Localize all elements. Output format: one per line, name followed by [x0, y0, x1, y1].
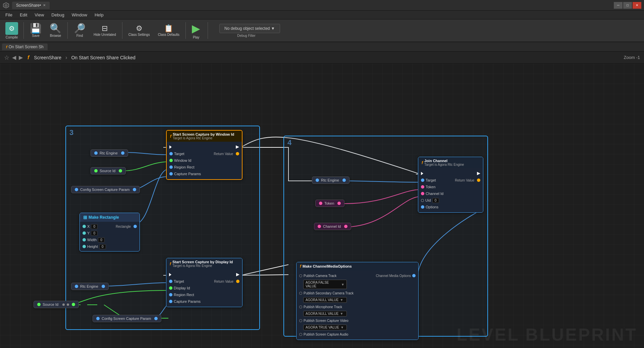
- make-channel-title: Make ChannelMediaOptions: [303, 264, 352, 268]
- close-button[interactable]: ✕: [633, 2, 641, 9]
- config-top-output-pin: [75, 188, 78, 191]
- back-button[interactable]: ◀: [12, 54, 16, 61]
- tab-label: ScreenShare•: [16, 3, 41, 8]
- menu-file[interactable]: File: [2, 12, 16, 18]
- menu-edit[interactable]: Edit: [16, 12, 31, 18]
- make-channel-function-icon: f: [300, 264, 301, 269]
- camera-label: Publish Camera Track: [304, 274, 336, 278]
- join-channel-exec-row: [418, 170, 483, 177]
- start-capture-display-node[interactable]: f Start Screen Capture by Display Id Tar…: [166, 258, 243, 307]
- app-logo: [3, 2, 9, 9]
- rtc-engine-4-node[interactable]: Rtc Engine: [312, 177, 350, 184]
- minimize-button[interactable]: ─: [614, 2, 623, 9]
- bookmark-icon[interactable]: ☆: [4, 54, 9, 61]
- join-channel-node[interactable]: f Join Channel Target is Agora Rtc Engin…: [418, 157, 483, 213]
- token-node[interactable]: Token: [315, 200, 344, 207]
- channel-media-options-label: Channel Media Options: [376, 274, 411, 278]
- source-id-top-node[interactable]: Source Id: [91, 167, 126, 175]
- display-params-pin: [169, 300, 172, 303]
- camera-pin: [299, 274, 302, 277]
- secondary-dropdown[interactable]: AGORA NULL VALUE ▼: [303, 297, 347, 303]
- blueprint-canvas[interactable]: 3 Rtc Engine Source Id Config Screen Cap…: [0, 64, 644, 348]
- group-3-label: 3: [69, 128, 73, 137]
- join-channel-channelid-row: Channel Id: [418, 190, 483, 197]
- source-id-bottom-dot1: [62, 303, 65, 306]
- debug-object-button[interactable]: No debug object selected ▼: [219, 24, 280, 33]
- menu-debug[interactable]: Debug: [48, 12, 67, 18]
- config-top-node[interactable]: Config Screen Capture Param: [71, 186, 140, 193]
- start-capture-window-node[interactable]: f Start Screen Capture by Window Id Targ…: [166, 130, 243, 180]
- source-id-bottom-right: [72, 303, 75, 306]
- join-return-pin: [477, 179, 480, 182]
- menu-help[interactable]: Help: [91, 12, 107, 18]
- rtc-engine-bottom-output: [75, 285, 78, 288]
- rtc-engine-bottom-node[interactable]: Rtc Engine: [71, 283, 109, 290]
- microphone-dropdown[interactable]: AGORA NULL VALUE ▼: [303, 311, 347, 317]
- tab-strip: f On Start Screen Sh: [0, 42, 644, 52]
- start-capture-window-body: Target Return Value Window Id Region Rec…: [167, 142, 242, 179]
- forward-button[interactable]: ▶: [19, 54, 23, 61]
- save-icon: 💾: [30, 24, 42, 33]
- join-uid-label: Uid: [425, 198, 431, 202]
- config-bottom-node[interactable]: Config Screen Capture Param: [93, 315, 161, 322]
- camera-dropdown[interactable]: AGORA FALSE VALUE ▼: [303, 280, 347, 289]
- find-icon: 🔎: [74, 24, 86, 33]
- compile-label: Compile: [6, 36, 18, 39]
- toolbar-separator: [23, 22, 24, 39]
- microphone-row: Publish Microphone Track: [297, 303, 418, 310]
- hide-unrelated-icon: ⊟: [102, 25, 108, 32]
- find-button[interactable]: 🔎 Find: [70, 22, 89, 39]
- display-params-label: Capture Params: [174, 299, 201, 303]
- microphone-pin: [299, 305, 302, 308]
- class-defaults-icon: 📋: [164, 25, 173, 32]
- width-pin: [83, 238, 86, 241]
- class-defaults-button[interactable]: 📋 Class Defaults: [155, 23, 183, 38]
- y-value[interactable]: 0: [91, 231, 98, 236]
- rtc-engine-top-right-pin: [121, 151, 124, 155]
- make-channel-media-options-node[interactable]: f Make ChannelMediaOptions Publish Camer…: [296, 262, 419, 340]
- secondary-camera-row: Publish Secondary Camera Track: [297, 290, 418, 296]
- play-button[interactable]: ▶ Play: [189, 21, 204, 41]
- screen-video-dropdown[interactable]: AGORA TRUE VALUE ▼: [303, 325, 347, 330]
- debug-group: No debug object selected ▼ Debug Filter: [213, 24, 280, 38]
- join-options-pin: [421, 205, 424, 209]
- compile-button[interactable]: ⚙ Compile: [3, 21, 21, 41]
- group-4-label: 4: [287, 138, 291, 147]
- source-id-bottom-node[interactable]: Source Id: [34, 301, 79, 308]
- menu-view[interactable]: View: [31, 12, 47, 18]
- save-button[interactable]: 💾 Save: [26, 22, 45, 39]
- browse-button[interactable]: 🔍 Browse: [46, 22, 65, 39]
- breadcrumb-class[interactable]: ScreenShare: [34, 55, 61, 60]
- start-capture-window-exec-in: [167, 144, 242, 150]
- y-label: Y: [87, 231, 90, 235]
- x-pin: [83, 225, 86, 228]
- channel-id-node[interactable]: Channel Id: [314, 223, 351, 230]
- width-value[interactable]: 0: [98, 237, 105, 242]
- screen-video-pin: [299, 319, 302, 322]
- start-capture-display-params-row: Capture Params: [166, 298, 242, 305]
- hide-unrelated-button[interactable]: ⊟ Hide Unrelated: [90, 23, 119, 38]
- function-tab[interactable]: f On Start Screen Sh: [2, 44, 48, 50]
- editor-tab[interactable]: ScreenShare• ✕: [12, 2, 50, 9]
- displayid-label: Display Id: [174, 286, 190, 290]
- maximize-button[interactable]: □: [623, 2, 632, 9]
- height-value[interactable]: 0: [99, 244, 106, 249]
- join-channelid-label: Channel Id: [426, 192, 443, 196]
- menu-window[interactable]: Window: [68, 12, 91, 18]
- function-icon: f: [6, 45, 7, 49]
- secondary-dropdown-arrow: ▼: [340, 298, 343, 302]
- rtc-engine-4-output: [316, 179, 319, 182]
- make-rectangle-node[interactable]: ⊞ Make Rectangle X 0 Rectangle Y 0 Width…: [79, 213, 140, 252]
- play-label: Play: [193, 36, 199, 39]
- tab-close-icon[interactable]: ✕: [43, 3, 46, 7]
- toolbar-separator-3: [122, 22, 122, 39]
- token-right: [337, 202, 341, 205]
- uid-value[interactable]: 0: [432, 198, 439, 203]
- rtc-engine-top-node[interactable]: Rtc Engine: [91, 149, 128, 157]
- class-settings-button[interactable]: ⚙ Class Settings: [125, 23, 153, 38]
- height-label: Height: [87, 245, 98, 249]
- screen-video-dropdown-row: AGORA TRUE VALUE ▼: [297, 324, 418, 331]
- x-value[interactable]: 0: [91, 224, 98, 229]
- microphone-dropdown-arrow: ▼: [340, 312, 343, 316]
- join-channel-target-row: Target Return Value: [418, 177, 483, 184]
